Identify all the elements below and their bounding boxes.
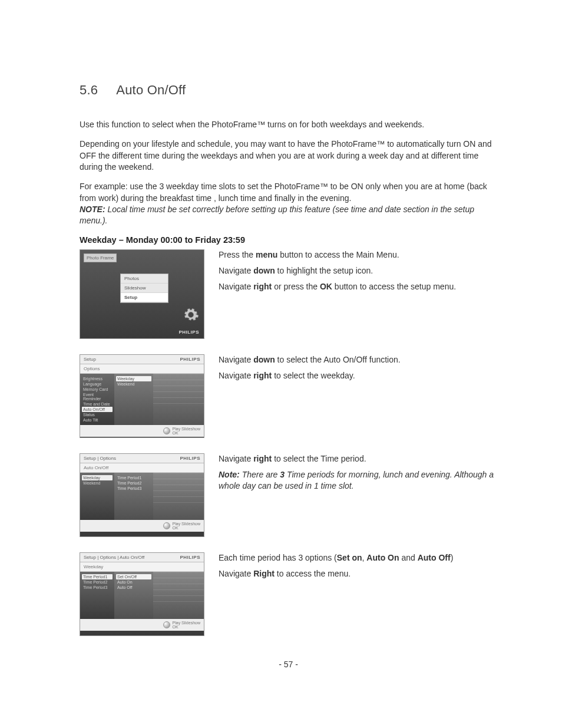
intro-p3-with-note: For example: use the 3 weekday time slot… [80, 181, 497, 226]
section-title-text: Auto On/Off [116, 83, 186, 97]
main-menu: Photos Slideshow Setup [120, 274, 168, 303]
nav-knob-icon [163, 427, 170, 434]
intro-p1: Use this function to select when the Pho… [80, 119, 497, 130]
screenshot-weekday: Setup | Options | Auto On/OffPHILIPS Wee… [80, 552, 204, 636]
section-number: 5.6 [80, 83, 98, 97]
nav-knob-icon [163, 621, 170, 628]
step-3: Setup | OptionsPHILIPS Auto On/Off Weekd… [80, 453, 497, 537]
step-1: Photo Frame Photos Slideshow Setup PHILI… [80, 249, 497, 339]
step-2: SetupPHILIPS Options BrightnessLanguageM… [80, 354, 497, 438]
note-text: Local time must be set correctly before … [80, 205, 474, 225]
page-number: - 57 - [80, 660, 497, 669]
note-label: NOTE: [80, 205, 105, 214]
screenshot-main-menu: Photo Frame Photos Slideshow Setup PHILI… [80, 249, 204, 339]
step-4: Setup | Options | Auto On/OffPHILIPS Wee… [80, 552, 497, 636]
weekday-subhead: Weekday – Monday 00:00 to Friday 23:59 [80, 235, 497, 245]
section-heading: 5.6 Auto On/Off [80, 83, 497, 98]
intro-p2: Depending on your lifestyle and schedule… [80, 139, 497, 173]
screenshot-setup-options: SetupPHILIPS Options BrightnessLanguageM… [80, 354, 204, 438]
screenshot-auto-onoff: Setup | OptionsPHILIPS Auto On/Off Weekd… [80, 453, 204, 537]
nav-knob-icon [163, 522, 170, 529]
gear-icon [183, 307, 199, 323]
